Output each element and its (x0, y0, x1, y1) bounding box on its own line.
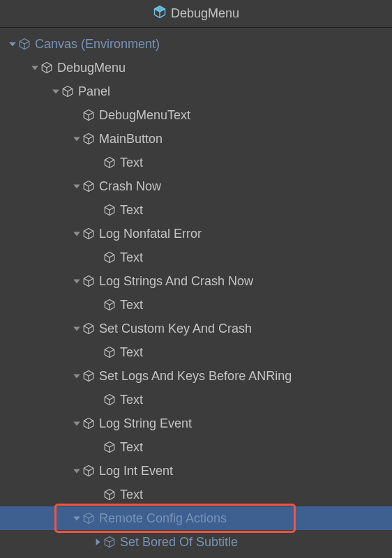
tree-row[interactable]: Text (0, 388, 392, 412)
gameobject-cube-icon (82, 370, 98, 382)
tree-item-label: DebugMenuText (98, 108, 190, 123)
tree-row[interactable]: Crash Now (0, 174, 392, 198)
gameobject-cube-icon (82, 180, 98, 193)
tree-item-label: Panel (77, 84, 110, 99)
tree-item-label: DebugMenu (56, 61, 126, 75)
tree-item-label: Set Custom Key And Crash (98, 322, 252, 336)
expand-arrow-down-icon[interactable] (71, 324, 82, 333)
header-title: DebugMenu (171, 6, 239, 21)
expand-arrow-down-icon[interactable] (71, 277, 82, 285)
expand-arrow-right-icon[interactable] (92, 538, 103, 546)
tree-row[interactable]: Text (0, 435, 392, 459)
tree-item-label: Log String Event (98, 416, 192, 431)
expand-arrow-down-icon[interactable] (71, 514, 82, 522)
gameobject-cube-icon (82, 133, 98, 145)
tree-item-label: Canvas (Environment) (33, 37, 160, 52)
tree-item-label: Text (119, 203, 143, 218)
tree-item-label: Text (119, 250, 143, 265)
tree-row[interactable]: DebugMenu (0, 56, 392, 80)
expand-arrow-down-icon[interactable] (71, 182, 82, 190)
gameobject-cube-icon (103, 156, 119, 169)
gameobject-cube-icon (103, 251, 119, 264)
tree-item-label: Text (119, 156, 143, 170)
hierarchy-header: DebugMenu (0, 0, 392, 28)
tree-item-label: Text (119, 440, 143, 455)
tree-row[interactable]: Log String Event (0, 412, 392, 435)
tree-item-label: Set Bored Of Subtitle (119, 535, 238, 550)
tree-item-label: Text (119, 345, 143, 360)
expand-arrow-down-icon[interactable] (71, 372, 82, 380)
tree-item-label: Remote Config Actions (98, 511, 227, 526)
gameobject-cube-icon (61, 85, 77, 98)
expand-arrow-down-icon[interactable] (71, 229, 82, 238)
expand-arrow-down-icon[interactable] (71, 467, 82, 475)
tree-row[interactable]: DebugMenuText (0, 103, 392, 127)
gameobject-cube-icon (82, 465, 98, 477)
gameobject-cube-icon (18, 38, 33, 50)
tree-item-label: Text (119, 298, 143, 312)
tree-row[interactable]: Set Bored Of Subtitle (0, 530, 392, 554)
expand-arrow-down-icon[interactable] (29, 63, 40, 72)
tree-row[interactable]: MainButton (0, 127, 392, 151)
expand-arrow-down-icon[interactable] (7, 40, 18, 48)
gameobject-cube-icon (103, 346, 119, 359)
tree-row[interactable]: Panel (0, 80, 392, 103)
gameobject-cube-icon (82, 322, 98, 335)
tree-item-label: Log Int Event (98, 464, 173, 478)
gameobject-cube-icon (103, 536, 119, 548)
tree-row[interactable]: Text (0, 198, 392, 222)
tree-item-label: Log Strings And Crash Now (98, 274, 253, 289)
gameobject-cube-icon (40, 61, 56, 74)
tree-row[interactable]: Log Int Event (0, 459, 392, 483)
expand-arrow-down-icon[interactable] (71, 419, 82, 428)
gameobject-cube-icon (103, 441, 119, 453)
tree-row[interactable]: Set Enjoys Subtitle (0, 554, 392, 558)
tree-row[interactable]: Canvas (Environment) (0, 32, 392, 56)
gameobject-cube-icon (82, 227, 98, 240)
tree-item-label: Log Nonfatal Error (98, 227, 202, 241)
tree-row[interactable]: Text (0, 340, 392, 364)
expand-arrow-down-icon[interactable] (50, 87, 61, 96)
gameobject-cube-icon (103, 393, 119, 406)
gameobject-cube-icon (82, 275, 98, 287)
tree-row[interactable]: Text (0, 246, 392, 269)
gameobject-cube-icon (82, 109, 98, 121)
tree-row[interactable]: Text (0, 151, 392, 174)
tree-item-label: Text (119, 488, 143, 502)
tree-item-label: MainButton (98, 132, 163, 146)
tree-row[interactable]: Log Nonfatal Error (0, 222, 392, 246)
tree-row[interactable]: Text (0, 483, 392, 506)
prefab-cube-icon (153, 5, 167, 22)
tree-row[interactable]: Set Custom Key And Crash (0, 317, 392, 340)
expand-arrow-down-icon[interactable] (71, 135, 82, 143)
tree-row[interactable]: Log Strings And Crash Now (0, 269, 392, 293)
tree-row[interactable]: Set Logs And Keys Before ANRing (0, 364, 392, 388)
gameobject-cube-icon (103, 488, 119, 501)
tree-row[interactable]: Remote Config Actions (0, 506, 392, 530)
tree-item-label: Crash Now (98, 179, 161, 194)
hierarchy-tree[interactable]: Canvas (Environment) DebugMenu Panel Deb… (0, 28, 392, 558)
gameobject-cube-icon (82, 512, 98, 525)
gameobject-cube-icon (82, 417, 98, 430)
gameobject-cube-icon (103, 204, 119, 216)
tree-row[interactable]: Text (0, 293, 392, 317)
gameobject-cube-icon (103, 299, 119, 311)
tree-item-label: Text (119, 393, 143, 407)
tree-item-label: Set Logs And Keys Before ANRing (98, 369, 292, 384)
